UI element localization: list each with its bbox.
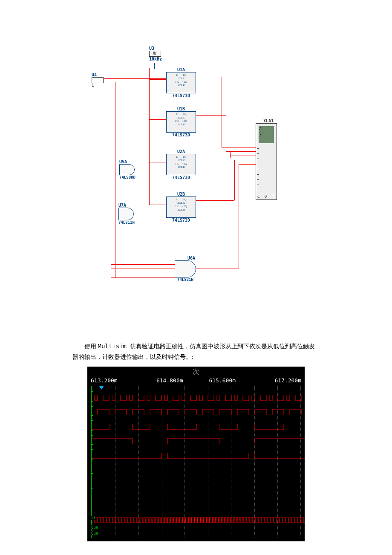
comp-u2b: U2B 2J 2Q2CLK2K ~2Q2CLR 74LS73D — [166, 192, 196, 223]
xla-screen: ллл — [259, 126, 274, 143]
signal-label: Qua — [91, 531, 98, 535]
wire — [111, 269, 175, 269]
wire — [239, 164, 239, 269]
ref-u2b: U2B — [166, 192, 196, 197]
signal-label: Qua — [91, 525, 98, 529]
time-tick: 614.800m — [144, 377, 196, 384]
src-box — [92, 77, 104, 83]
part-u1b: 74LS73D — [166, 133, 196, 137]
time-axis: 613.200m 614.800m 615.600m 617.200m — [87, 377, 305, 386]
clock-icon: ЛЛ — [149, 51, 161, 57]
wire — [149, 119, 166, 120]
part-u5a: 74LS08D — [119, 175, 135, 179]
chip-u2a: 1J 1Q1CLK1K ~1Q1CLR — [166, 154, 196, 175]
ref-xla1: XLA1 — [263, 119, 274, 123]
axis-tick — [91, 391, 93, 392]
part-u2b: 74LS73D — [166, 218, 196, 223]
wire — [222, 77, 222, 147]
comp-u1b: U1B 2J 2Q2CLK2K ~2Q2CLR 74LS73D — [166, 107, 196, 137]
wire — [230, 151, 231, 158]
wire — [111, 78, 111, 287]
time-tick: 617.200m — [249, 377, 302, 384]
chip-u1a: 1J 1Q1CLK1K ~1Q1CLR — [166, 72, 196, 93]
signal-q1 — [92, 409, 305, 415]
cursor-icon — [99, 386, 104, 390]
multisim-word: Multisim — [98, 343, 130, 350]
wire — [222, 147, 256, 147]
axis-tick — [91, 459, 93, 460]
ref-u5a: U5A — [119, 159, 135, 164]
axis-tick — [91, 406, 93, 407]
signal-q3 — [92, 438, 305, 444]
chip-u1b: 2J 2Q2CLK2K ~2Q2CLR — [166, 111, 196, 133]
wire — [196, 158, 230, 158]
wire — [149, 205, 166, 205]
part-u7a: 74LS11N — [118, 220, 135, 225]
wire — [149, 79, 166, 80]
ref-u2a: U2A — [166, 149, 196, 154]
wire — [196, 77, 222, 77]
circuit-schematic: U3 ЛЛ 10kHz U4 1 U1A 1J 1Q1CLK1K ~1Q1CLR… — [85, 43, 307, 332]
waveform-body: nt Qua Qua — [91, 386, 305, 538]
ref-u7a: U7A — [118, 203, 135, 208]
desc-part1: 使用 — [84, 343, 98, 350]
comp-u1a: U1A 1J 1Q1CLK1K ~1Q1CLR 74LS73D — [166, 67, 196, 98]
wire — [226, 115, 226, 151]
wire — [196, 115, 226, 116]
wire — [149, 162, 166, 162]
ref-u4: U4 — [92, 72, 104, 77]
part-u2a: 74LS73D — [166, 175, 196, 180]
comp-u4: U4 1 — [92, 72, 104, 88]
wire — [111, 273, 175, 273]
logic-analyzer-icon: ллл C Q T — [256, 123, 277, 200]
axis-tick — [91, 415, 93, 416]
wire — [196, 200, 234, 201]
signal-q0 — [92, 395, 305, 401]
wire — [230, 156, 256, 156]
svg-marker-0 — [99, 386, 104, 390]
part-u1a: 74LS73D — [166, 93, 196, 98]
ref-u1a: U1A — [166, 67, 196, 72]
wire — [234, 160, 235, 200]
comp-xla1: XLA1 ллл C Q T — [256, 119, 274, 123]
waveform-display: 次 613.200m 614.800m 615.600m 617.200m — [87, 367, 305, 541]
signal-q2 — [92, 424, 305, 430]
waveform-title: 次 — [87, 367, 305, 377]
axis-tick — [91, 449, 93, 450]
time-tick: 613.200m — [91, 377, 144, 384]
comp-u3: U3 ЛЛ 10kHz — [149, 46, 162, 61]
axis-tick — [91, 401, 93, 402]
axis-tick — [91, 430, 93, 431]
wire — [111, 264, 175, 265]
comp-u2a: U2A 1J 1Q1CLK1K ~1Q1CLR 74LS73D — [166, 149, 196, 180]
ref-u3: U3 — [149, 46, 162, 51]
signal-carry — [92, 453, 305, 459]
part-u6a: 74LS21N — [175, 278, 196, 282]
axis-tick — [91, 473, 93, 474]
chip-u2b: 2J 2Q2CLK2K ~2Q2CLR — [166, 197, 196, 218]
signal-clock — [92, 517, 305, 523]
and-gate-u6a — [175, 260, 196, 278]
wire — [234, 160, 256, 160]
axis-tick — [91, 444, 93, 445]
and-gate-u5a — [119, 164, 135, 175]
description-paragraph: 使用 Multisim 仿真验证电路正确性，仿真图中波形从上到下依次是从低位到高… — [72, 341, 320, 362]
wire — [115, 82, 115, 278]
xla-ports: C Q T — [256, 194, 277, 199]
axis-tick — [91, 420, 93, 421]
axis-tick — [91, 435, 93, 436]
wire — [239, 164, 256, 165]
u4-val: 1 — [92, 83, 104, 88]
wire — [154, 63, 155, 69]
wire — [111, 277, 175, 278]
and-gate-u7a — [118, 208, 134, 220]
axis-tick — [91, 488, 93, 489]
wire — [196, 269, 239, 269]
signal-label: nt — [91, 516, 96, 520]
wire — [104, 78, 166, 79]
wire — [149, 68, 150, 205]
comp-u7a: U7A 74LS11N — [118, 203, 135, 225]
ref-u1b: U1B — [166, 107, 196, 111]
time-tick: 615.600m — [196, 377, 249, 384]
u3-freq: 10kHz — [149, 57, 162, 61]
